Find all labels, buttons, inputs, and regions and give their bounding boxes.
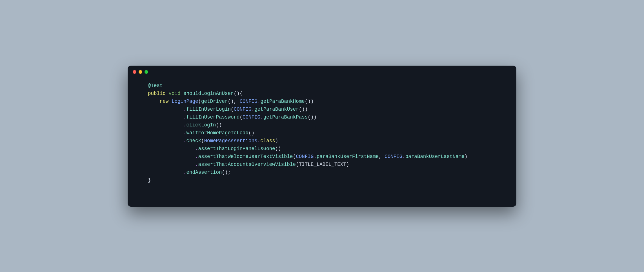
fn-fillinuserpassword: fillInUserPassword [186,114,240,120]
punct: . [183,170,186,175]
punct: . [183,130,186,136]
keyword-class: class [260,138,275,144]
annotation: @Test [148,83,163,88]
punct: () [275,146,281,151]
keyword-public: public [148,91,166,96]
fn-clicklogin: clickLogIn [186,122,216,128]
punct: . [195,146,198,151]
prop-lastname: paraBankUserLastName [405,154,465,159]
close-icon[interactable] [133,70,136,74]
punct: , [379,154,385,159]
fn-getparabankpass: getParaBankPass [263,114,308,120]
prop-firstname: paraBankUserFirstName [317,154,379,159]
punct: . [260,114,263,120]
method-name: shouldLoginAnUser [183,91,234,96]
punct: ( [231,106,234,112]
punct: . [183,122,186,128]
punct: . [183,106,186,112]
maximize-icon[interactable] [145,70,148,74]
punct: . [195,154,198,159]
config-ref: CONFIG [385,154,402,159]
fn-getparabankuser: getParaBankUser [254,106,299,112]
punct: ( [293,154,296,159]
punct: ()) [305,99,314,104]
class-homepageassertions: HomePageAssertions [204,138,257,144]
fn-getparabankhome: getParaBankHome [260,99,305,104]
punct: . [195,162,198,167]
fn-assertthatloginpanelisgone: assertThatLoginPanelIsGone [198,146,275,151]
fn-fillinuserlogin: fillInUserLogin [186,106,231,112]
punct: } [148,177,151,183]
config-ref: CONFIG [296,154,314,159]
window-titlebar [128,66,516,74]
punct: ( [296,162,299,167]
punct: . [257,99,261,104]
keyword-void: void [169,91,181,96]
punct: . [257,138,261,144]
punct: () [248,130,254,136]
punct: . [183,114,186,120]
punct: ) [346,162,349,167]
config-ref: CONFIG [234,106,252,112]
config-ref: CONFIG [243,114,260,120]
punct: ) [465,154,468,159]
punct: . [183,138,186,144]
punct: () [216,122,222,128]
punct: ( [240,114,243,120]
punct: (){ [234,91,243,96]
punct: ()) [299,106,308,112]
config-ref: CONFIG [240,99,257,104]
punct: . [402,154,405,159]
fn-waitforhomepagetoload: waitForHomePageToLoad [186,130,249,136]
code-window: @Test public void shouldLoginAnUser(){ n… [128,66,516,207]
fn-check: check [186,138,201,144]
punct: (), [228,99,240,104]
const-title-label-text: TITLE_LABEL_TEXT [299,162,346,167]
keyword-new: new [160,99,169,104]
punct: (); [222,170,231,175]
code-block: @Test public void shouldLoginAnUser(){ n… [128,74,516,207]
punct: ()) [308,114,317,120]
punct: ( [201,138,204,144]
punct: ) [275,138,278,144]
minimize-icon[interactable] [139,70,142,74]
fn-assertthatwelcomeusertextvisible: assertThatWelcomeUserTextVisible [198,154,293,159]
fn-endassertion: endAssertion [186,170,222,175]
punct: ( [198,99,201,104]
punct: . [314,154,317,159]
class-loginpage: LoginPage [172,99,198,104]
fn-assertthataccountsoverviewvisible: assertThatAccountsOverviewVisible [198,162,296,167]
fn-getdriver: getDriver [201,99,228,104]
punct: . [252,106,255,112]
